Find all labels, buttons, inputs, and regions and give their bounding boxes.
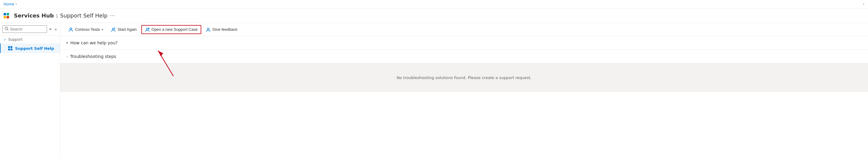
content-wrapper: ▾ How can we help you? › Troubleshooting… xyxy=(60,36,868,159)
search-icon xyxy=(4,27,9,32)
start-again-label: Start Again xyxy=(118,27,137,32)
logo-square-4 xyxy=(7,16,9,19)
app-section-name: Support Self Help xyxy=(60,12,107,19)
nav-section-label: Support xyxy=(8,37,22,42)
main-content: ▾ How can we help you? › Troubleshooting… xyxy=(60,36,868,92)
toolbar: Contoso Tesla ▾ Start Again xyxy=(60,23,868,36)
search-clear-button[interactable]: ✕ xyxy=(48,27,53,31)
workspace-selector-button[interactable]: Contoso Tesla ▾ xyxy=(65,25,106,34)
empty-state-area: No troubleshooting solutions found. Plea… xyxy=(60,63,868,92)
section-chevron-expanded: ▾ xyxy=(66,41,68,45)
nav-item-label: Support Self Help xyxy=(15,46,54,51)
app-product-name: Services Hub xyxy=(14,12,54,19)
section-how-label: How can we help you? xyxy=(70,41,118,45)
nav-section-support[interactable]: ✓ Support xyxy=(0,35,60,44)
sidebar-item-support-self-help[interactable]: Support Self Help xyxy=(0,44,60,53)
search-input[interactable] xyxy=(10,27,45,31)
svg-rect-3 xyxy=(10,46,12,48)
svg-rect-5 xyxy=(10,49,12,50)
logo-square-3 xyxy=(4,16,6,19)
section-troubleshooting[interactable]: › Troubleshooting steps xyxy=(60,50,868,63)
start-again-button[interactable]: Start Again xyxy=(107,25,140,34)
svg-line-1 xyxy=(7,29,8,30)
workspace-label: Contoso Tesla xyxy=(75,27,100,32)
app-title-bar: Services Hub | Support Self Help ··· xyxy=(0,8,868,23)
logo-square-1 xyxy=(4,13,6,16)
section-troubleshooting-label: Troubleshooting steps xyxy=(70,54,116,59)
breadcrumb-home[interactable]: Home xyxy=(4,2,14,6)
breadcrumb-bar: Home › › xyxy=(0,0,868,8)
empty-state-message: No troubleshooting solutions found. Plea… xyxy=(397,75,532,80)
give-feedback-button[interactable]: Give feedback xyxy=(203,25,241,34)
open-support-case-button[interactable]: Open a new Support Case xyxy=(141,25,201,34)
app-title-more-button[interactable]: ··· xyxy=(110,12,115,19)
content-area: Contoso Tesla ▾ Start Again xyxy=(60,23,868,159)
open-case-icon xyxy=(145,27,150,32)
open-case-label: Open a new Support Case xyxy=(152,27,198,32)
svg-point-6 xyxy=(70,28,72,30)
svg-point-8 xyxy=(147,28,148,30)
app-logo xyxy=(4,13,11,19)
section-chevron-collapsed: › xyxy=(65,56,69,57)
feedback-icon xyxy=(206,27,211,32)
breadcrumb-separator: › xyxy=(16,2,17,6)
feedback-label: Give feedback xyxy=(212,27,238,32)
main-layout: ✕ « ✓ Support Support Self Help xyxy=(0,23,868,159)
breadcrumb-expand-icon[interactable]: › xyxy=(863,2,864,6)
svg-point-7 xyxy=(113,28,114,30)
svg-rect-4 xyxy=(8,49,10,50)
logo-icon xyxy=(4,13,9,19)
sidebar: ✕ « ✓ Support Support Self Help xyxy=(0,23,60,159)
app-title-separator: | xyxy=(56,13,58,18)
section-how-can-we-help[interactable]: ▾ How can we help you? xyxy=(60,36,868,50)
nav-item-grid-icon xyxy=(8,46,13,51)
search-area: ✕ « xyxy=(0,23,60,35)
nav-section-checkmark: ✓ xyxy=(4,38,6,42)
start-again-icon xyxy=(111,27,116,32)
workspace-dropdown-chevron: ▾ xyxy=(101,28,103,31)
search-collapse-button[interactable]: « xyxy=(54,26,58,32)
svg-point-11 xyxy=(207,28,209,30)
logo-square-2 xyxy=(7,13,9,16)
search-box[interactable] xyxy=(2,25,47,33)
workspace-icon xyxy=(68,27,73,32)
svg-rect-2 xyxy=(8,46,10,48)
